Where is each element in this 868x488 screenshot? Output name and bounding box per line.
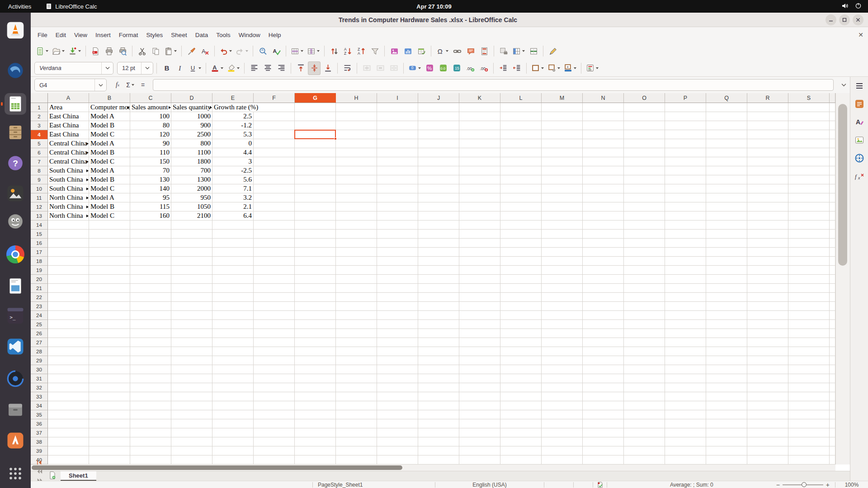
cell-M21[interactable]	[542, 284, 583, 293]
cell-C7[interactable]: 150	[130, 157, 171, 166]
cell-S35[interactable]	[788, 410, 830, 419]
cell-N27[interactable]	[583, 338, 624, 347]
cell-N9[interactable]	[583, 175, 624, 184]
cell-R29[interactable]	[747, 356, 788, 365]
cell-E34[interactable]	[212, 401, 254, 410]
row-header-26[interactable]: 26	[31, 329, 48, 338]
row-header-21[interactable]: 21	[31, 284, 48, 293]
save-button[interactable]	[67, 44, 82, 58]
cell-K38[interactable]	[459, 437, 500, 446]
cell-N35[interactable]	[583, 410, 624, 419]
cell-Q32[interactable]	[706, 383, 747, 392]
cell-N14[interactable]	[583, 221, 624, 230]
cell-H22[interactable]	[336, 293, 377, 302]
cell-F30[interactable]	[254, 365, 295, 374]
cell-I20[interactable]	[377, 275, 418, 284]
cell-F15[interactable]	[254, 230, 295, 239]
font-color-button[interactable]: A	[209, 61, 225, 75]
cell-I28[interactable]	[377, 347, 418, 356]
cell-B20[interactable]	[89, 275, 130, 284]
row-header-28[interactable]: 28	[31, 347, 48, 356]
cell-N2[interactable]	[583, 112, 624, 121]
row-header-25[interactable]: 25	[31, 320, 48, 329]
cell-F27[interactable]	[254, 338, 295, 347]
cell-G23[interactable]	[295, 302, 336, 311]
cell-J24[interactable]	[418, 311, 459, 320]
cell-P26[interactable]	[665, 329, 706, 338]
cell-D11[interactable]: 950	[171, 193, 212, 202]
cell-G9[interactable]	[295, 175, 336, 184]
cell-F4[interactable]	[254, 130, 295, 139]
cell-I5[interactable]	[377, 139, 418, 148]
cell-S30[interactable]	[788, 365, 830, 374]
menu-format[interactable]: Format	[115, 29, 142, 41]
cell-H34[interactable]	[336, 401, 377, 410]
menu-file[interactable]: File	[33, 29, 52, 41]
cell-F17[interactable]	[254, 248, 295, 257]
cell-J9[interactable]	[418, 175, 459, 184]
cell-D2[interactable]: 1000	[171, 112, 212, 121]
cell-J39[interactable]	[418, 446, 459, 455]
cell-J30[interactable]	[418, 365, 459, 374]
cell-M28[interactable]	[542, 347, 583, 356]
cell-C6[interactable]: 110	[130, 148, 171, 157]
sidebar-gallery-icon[interactable]	[853, 134, 866, 146]
cell-J7[interactable]	[418, 157, 459, 166]
cell-R15[interactable]	[747, 230, 788, 239]
cell-S13[interactable]	[788, 211, 830, 221]
cell-C40[interactable]	[130, 455, 171, 465]
autofilter-button[interactable]	[368, 44, 381, 58]
cell-H18[interactable]	[336, 257, 377, 266]
cell-R27[interactable]	[747, 338, 788, 347]
cell-S34[interactable]	[788, 401, 830, 410]
cell-C37[interactable]	[130, 428, 171, 437]
cell-M31[interactable]	[542, 374, 583, 383]
cell-J28[interactable]	[418, 347, 459, 356]
cell-P34[interactable]	[665, 401, 706, 410]
cell-S17[interactable]	[788, 248, 830, 257]
cell-Q33[interactable]	[706, 392, 747, 401]
cell-S39[interactable]	[788, 446, 830, 455]
special-character-dropdown-caret[interactable]	[446, 50, 448, 52]
column-header-J[interactable]: J	[418, 93, 459, 103]
cell-I26[interactable]	[377, 329, 418, 338]
column-header-M[interactable]: M	[542, 93, 583, 103]
sort-descending-button[interactable]: ZA	[355, 44, 368, 58]
column-header-N[interactable]: N	[583, 93, 624, 103]
column-header-P[interactable]: P	[665, 93, 706, 103]
cell-R34[interactable]	[747, 401, 788, 410]
cell-S25[interactable]	[788, 320, 830, 329]
selection-mode-field[interactable]	[574, 481, 593, 488]
cell-M35[interactable]	[542, 410, 583, 419]
cell-M40[interactable]	[542, 455, 583, 465]
cell-R17[interactable]	[747, 248, 788, 257]
cell-D14[interactable]	[171, 221, 212, 230]
cell-H3[interactable]	[336, 121, 377, 130]
cell-K24[interactable]	[459, 311, 500, 320]
cell-J19[interactable]	[418, 266, 459, 275]
cell-R25[interactable]	[747, 320, 788, 329]
cell-O35[interactable]	[624, 410, 665, 419]
cell-C25[interactable]	[130, 320, 171, 329]
format-currency-button[interactable]: 0	[407, 61, 422, 75]
cell-L14[interactable]	[500, 221, 542, 230]
cell-B40[interactable]	[89, 455, 130, 465]
cell-P25[interactable]	[665, 320, 706, 329]
cell-I27[interactable]	[377, 338, 418, 347]
cell-F39[interactable]	[254, 446, 295, 455]
cell-partial-22[interactable]	[830, 293, 835, 302]
cell-Q4[interactable]	[706, 130, 747, 139]
cell-Q27[interactable]	[706, 338, 747, 347]
cell-G29[interactable]	[295, 356, 336, 365]
cell-H36[interactable]	[336, 419, 377, 428]
cell-O39[interactable]	[624, 446, 665, 455]
cell-P24[interactable]	[665, 311, 706, 320]
cell-R22[interactable]	[747, 293, 788, 302]
cell-N18[interactable]	[583, 257, 624, 266]
cell-E27[interactable]	[212, 338, 254, 347]
cell-L34[interactable]	[500, 401, 542, 410]
cell-I25[interactable]	[377, 320, 418, 329]
cell-I29[interactable]	[377, 356, 418, 365]
app-menu[interactable]: LibreOffice Calc	[39, 0, 103, 13]
vertical-scrollbar[interactable]	[835, 93, 850, 465]
